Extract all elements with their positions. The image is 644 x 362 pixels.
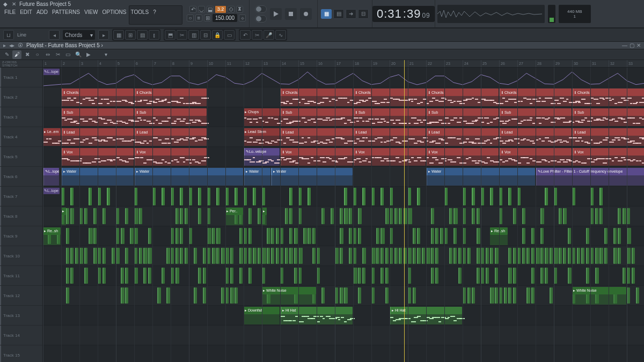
zoom-tool-icon[interactable]: 🔍 [74,50,83,59]
select-icon[interactable]: ▭ [224,30,235,40]
clip[interactable] [413,228,416,244]
clip[interactable] [198,268,201,284]
clip[interactable] [440,228,444,244]
cut-icon[interactable]: ✂ [252,30,262,40]
track-header[interactable]: Track 9 [0,226,42,246]
clip[interactable] [431,208,434,224]
clip[interactable] [225,248,229,264]
clip[interactable] [230,248,233,264]
clip[interactable] [554,248,558,264]
clip[interactable] [294,248,297,264]
clip[interactable] [604,248,608,264]
menu-view[interactable]: VIEW [82,8,100,16]
undo-icon[interactable]: ↶ [189,6,196,13]
clip[interactable] [134,208,138,224]
clip[interactable] [194,287,197,304]
clip[interactable] [371,248,376,264]
clip[interactable] [472,287,475,304]
step-icon[interactable]: ⊞ [204,14,211,21]
clip[interactable] [636,287,639,304]
clip[interactable] [267,248,270,264]
bar-marker[interactable]: 20 [390,60,408,67]
clip[interactable] [89,188,92,205]
clip[interactable] [495,248,499,264]
clip[interactable] [66,208,69,224]
lock-icon[interactable]: 🔒 [212,30,223,40]
clip[interactable] [134,268,138,284]
clip[interactable] [75,248,78,264]
clip[interactable] [134,228,138,244]
clip[interactable] [344,287,348,304]
clip[interactable] [385,287,389,304]
clip[interactable] [618,248,621,264]
track-header[interactable]: Track 11 [0,266,42,286]
track-header[interactable]: Track 1 [0,68,42,87]
clip[interactable] [253,248,257,264]
clip[interactable] [221,248,225,264]
clip[interactable]: ▸ White Noise [262,287,316,294]
clip[interactable] [248,248,252,264]
clip[interactable] [540,268,544,284]
clip[interactable] [568,268,572,284]
clip[interactable] [531,268,535,284]
clip[interactable]: ⫿ Sub [572,108,644,116]
clip[interactable] [490,188,493,205]
clip[interactable] [545,268,548,284]
clip[interactable] [586,268,589,284]
paint-tool-icon[interactable]: 🖌 [12,50,21,59]
bar-marker[interactable]: 15 [298,60,317,67]
render-icon[interactable]: ⬓ [207,6,214,13]
clip[interactable] [331,208,334,224]
clip[interactable] [453,248,457,264]
minimize-icon[interactable]: — [622,42,627,48]
clip[interactable] [376,228,379,244]
clip[interactable] [545,248,548,264]
save-icon[interactable]: ◡ [198,6,205,13]
clip[interactable] [486,248,489,264]
clip[interactable]: ▸ [262,208,267,215]
bar-marker[interactable]: 16 [317,60,335,67]
clip[interactable]: ▸ Per.. [225,208,243,215]
arrangement-area[interactable]: 1234567891011121314151617181920212223242… [43,60,644,362]
link-icon[interactable]: ⟐ [239,14,246,21]
clip[interactable] [121,268,124,284]
clip[interactable] [526,287,530,304]
sys-menu-icon[interactable]: ◆ [2,1,9,8]
clip[interactable] [581,248,584,264]
clip[interactable] [258,248,261,264]
clip[interactable]: ✎Love Philter - Filter 1 - Cutoff freque… [536,168,644,175]
track-header[interactable]: Track 15 [0,345,42,362]
clip[interactable] [577,248,580,264]
record-button[interactable] [300,8,312,20]
clip[interactable] [385,248,389,264]
clip[interactable] [344,208,348,224]
clip[interactable] [358,287,361,304]
clip[interactable] [125,268,128,284]
clip[interactable] [540,248,544,264]
clip[interactable] [362,188,365,205]
track-header[interactable]: Track 14 [0,326,42,345]
clip[interactable] [540,228,544,244]
clip[interactable] [162,188,165,205]
bar-marker[interactable]: 23 [444,60,463,67]
clip[interactable] [435,268,438,284]
clip[interactable] [508,268,512,284]
clip[interactable] [248,208,252,224]
clip[interactable] [508,248,511,264]
clip[interactable] [276,248,279,264]
song-overview[interactable] [437,5,545,23]
slip-tool-icon[interactable]: ⇔ [43,50,52,59]
bar-marker[interactable]: 30 [572,60,590,67]
clip[interactable] [285,208,288,224]
clip[interactable] [103,268,106,284]
clip[interactable] [362,268,365,284]
track-header[interactable]: Track 2 [0,87,42,107]
snap-mode-label[interactable]: Line [17,32,26,38]
clip[interactable] [358,228,361,244]
bar-marker[interactable]: 5 [116,60,134,67]
mixer-button[interactable]: ⊟ [358,9,369,19]
clip[interactable] [477,208,480,224]
clip[interactable] [185,248,188,264]
clip[interactable] [632,248,635,264]
clip[interactable] [380,248,384,264]
